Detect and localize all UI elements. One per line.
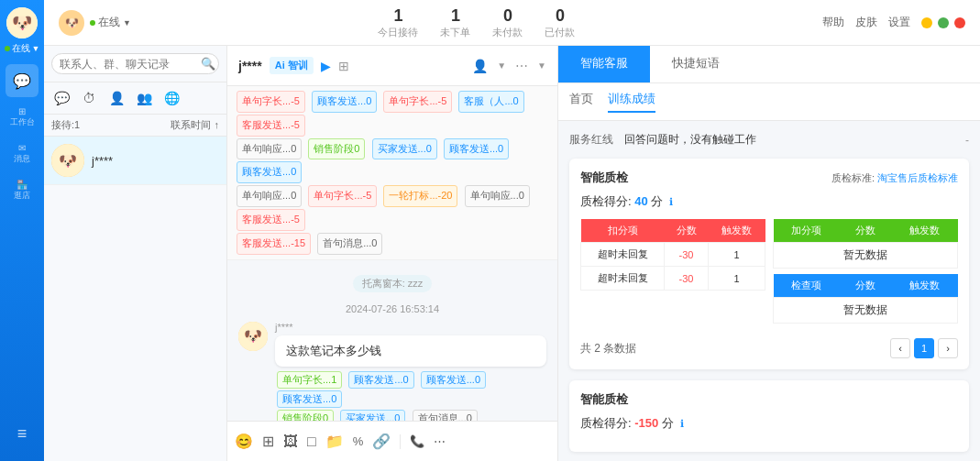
minimize-button[interactable] xyxy=(921,17,932,28)
chevron-down-icon[interactable]: ▼ xyxy=(497,60,506,71)
contact-info-bar: 接待:1 联系时间 ↑ xyxy=(44,115,226,137)
tag-item[interactable]: 单句响应...0 xyxy=(465,185,530,207)
settings-link[interactable]: 设置 xyxy=(888,15,910,30)
percent-icon[interactable]: % xyxy=(353,434,364,448)
tag-item[interactable]: 顾客发送...0 xyxy=(444,138,509,160)
msg-tag[interactable]: 买家发送...0 xyxy=(340,410,405,421)
chat-messages[interactable]: 托离窗本: zzz 2024-07-26 16:53:14 🐶 j**** 这款… xyxy=(227,260,557,421)
right-tab-shortcut[interactable]: 快捷短语 xyxy=(650,46,742,82)
deduct-table: 扣分项 分数 触发数 超时未回复 -30 1 xyxy=(580,219,765,291)
message-text: 这款笔记本多少钱 xyxy=(286,344,381,357)
right-subtab-training[interactable]: 训练成绩 xyxy=(608,91,655,113)
phone-icon[interactable]: 📞 xyxy=(410,434,424,448)
link-icon[interactable]: 🔗 xyxy=(372,433,391,450)
right-content[interactable]: 服务红线 回答问题时，没有触碰工作 - 智能质检 质检标准: 淘宝售后质检标准 … xyxy=(558,121,980,461)
msg-tag[interactable]: 首句消息...0 xyxy=(413,410,478,421)
dropdown-icon[interactable]: ▼ xyxy=(32,44,40,53)
play-icon[interactable]: ▶ xyxy=(321,59,331,73)
contact-tab-user[interactable]: 👤 xyxy=(106,88,127,108)
image-icon[interactable]: 🖼 xyxy=(283,434,298,450)
sidebar-item-message[interactable]: ✉ 消息 xyxy=(6,137,39,170)
ai-badge: Ai 智训 xyxy=(270,57,314,74)
chat-icon: 💬 xyxy=(13,72,31,90)
settings-icon[interactable]: ⊞ xyxy=(338,59,349,73)
tag-item[interactable]: 首句消息...0 xyxy=(317,233,382,255)
chat-contact-name: j**** xyxy=(238,59,262,73)
contact-time-sort[interactable]: 联系时间 ↑ xyxy=(171,118,219,132)
sidebar-item-chat[interactable]: 💬 xyxy=(6,64,39,97)
tag-item[interactable]: 单句响应...0 xyxy=(237,138,302,160)
msg-tag[interactable]: 顾客发送...0 xyxy=(421,371,486,389)
contact-tab-users[interactable]: 👥 xyxy=(134,88,154,108)
tag-item[interactable]: 顾客发送...0 xyxy=(312,91,377,113)
score-info-icon-2[interactable]: ℹ xyxy=(680,418,684,429)
tag-item[interactable]: 买家发送...0 xyxy=(372,138,437,160)
tag-item[interactable]: 单句响应...0 xyxy=(237,185,302,207)
chat-expand-icon[interactable]: ▼ xyxy=(537,60,546,71)
page-1-button[interactable]: 1 xyxy=(914,338,934,358)
tag-item[interactable]: 一轮打标...-20 xyxy=(383,185,457,207)
service-line-label: 服务红线 xyxy=(569,132,624,148)
robot-notice-wrap: 托离窗本: zzz xyxy=(238,271,546,296)
msg-tag[interactable]: 顾客发送...0 xyxy=(277,390,342,408)
chat-toolbar: 😊 ⊞ 🖼 □ 📁 % 🔗 📞 ⋯ xyxy=(227,421,557,461)
tag-item[interactable]: 客服发送...-5 xyxy=(237,209,305,231)
top-online-badge[interactable]: 在线 ▼ xyxy=(90,15,131,30)
tag-item[interactable]: 客服发送...-15 xyxy=(237,233,311,255)
user-avatar: 🐶 xyxy=(6,7,38,38)
right-panel: 智能客服 快捷短语 首页 训练成绩 服务红线 回答问题时，没有触碰工作 - 智能… xyxy=(558,46,980,461)
user-icon[interactable]: 👤 xyxy=(472,59,488,73)
quality-standard-link[interactable]: 淘宝售后质检标准 xyxy=(877,172,958,183)
tag-item[interactable]: 顾客发送...0 xyxy=(237,161,302,183)
tag-item[interactable]: 单句字长...-5 xyxy=(383,91,452,113)
contact-tab-clock[interactable]: ⏱ xyxy=(79,88,99,108)
contact-tab-org[interactable]: 🌐 xyxy=(161,88,182,108)
content-area: 🔍 💬 ⏱ 👤 👥 🌐 接待:1 联系时间 ↑ 🐶 j**** xyxy=(44,46,980,461)
pagination: ‹ 1 › xyxy=(890,338,958,358)
top-dropdown-icon[interactable]: ▼ xyxy=(123,18,131,27)
top-stats: 1 今日接待 1 未下单 0 未付款 0 已付款 xyxy=(378,6,575,39)
help-link[interactable]: 帮助 xyxy=(822,15,844,30)
msg-tag[interactable]: 顾客发送...0 xyxy=(348,371,413,389)
prev-page-button[interactable]: ‹ xyxy=(890,338,910,358)
check-no-data-row: 暂无数据 xyxy=(774,298,958,324)
next-page-button[interactable]: › xyxy=(938,338,958,358)
stat-today-label: 今日接待 xyxy=(378,26,418,39)
message-icon: ✉ xyxy=(18,143,26,153)
online-status[interactable]: 在线 ▼ xyxy=(5,42,40,55)
score-number: 40 xyxy=(634,194,647,208)
more-icon[interactable]: ⋯ xyxy=(434,434,446,448)
right-tab-ai[interactable]: 智能客服 xyxy=(558,46,650,82)
quality-standard: 质检标准: 淘宝售后质检标准 xyxy=(831,171,958,185)
tag-item[interactable]: 客服发送...-5 xyxy=(237,115,305,137)
msg-tag[interactable]: 销售阶段0 xyxy=(277,410,334,421)
receive-count: 接待:1 xyxy=(51,118,80,132)
score-info-icon[interactable]: ℹ xyxy=(669,196,673,207)
message-bubble-wrap: 🐶 j**** 这款笔记本多少钱 单句字长...1 顾客发送...0 顾客发送.… xyxy=(238,322,546,421)
sidebar-item-workspace[interactable]: ⊞ 工作台 xyxy=(6,101,39,134)
chat-more-icon[interactable]: ⋯ xyxy=(515,59,528,73)
quality-score: 质检得分: 40 分 ℹ xyxy=(580,193,958,210)
search-input[interactable] xyxy=(60,58,197,71)
tag-item[interactable]: 单句字长...-5 xyxy=(308,185,377,207)
sidebar-menu-button[interactable]: ≡ xyxy=(6,417,39,450)
emoji-icon[interactable]: 😊 xyxy=(235,433,253,450)
online-label: 在线 xyxy=(12,42,30,55)
tag-item[interactable]: 单句字长...-5 xyxy=(237,91,305,113)
close-button[interactable] xyxy=(954,17,965,28)
right-subtab-home[interactable]: 首页 xyxy=(569,91,593,113)
msg-tag[interactable]: 单句字长...1 xyxy=(277,371,342,389)
folder-icon[interactable]: 📁 xyxy=(325,433,344,450)
sidebar-item-shop[interactable]: 🏪 逛店 xyxy=(6,174,39,207)
contact-item[interactable]: 🐶 j**** xyxy=(44,137,226,185)
stat-no-order-label: 未下单 xyxy=(440,26,470,39)
grid-icon[interactable]: ⊞ xyxy=(262,433,274,450)
contact-tab-chat[interactable]: 💬 xyxy=(51,88,72,108)
maximize-button[interactable] xyxy=(938,17,949,28)
skin-link[interactable]: 皮肤 xyxy=(855,15,877,30)
search-input-wrap[interactable]: 🔍 xyxy=(51,53,219,74)
tag-item[interactable]: 客服（人...0 xyxy=(458,91,523,113)
square-icon[interactable]: □ xyxy=(307,434,316,450)
add-col-trigger: 触发数 xyxy=(891,219,957,243)
tag-item[interactable]: 销售阶段0 xyxy=(308,138,365,160)
